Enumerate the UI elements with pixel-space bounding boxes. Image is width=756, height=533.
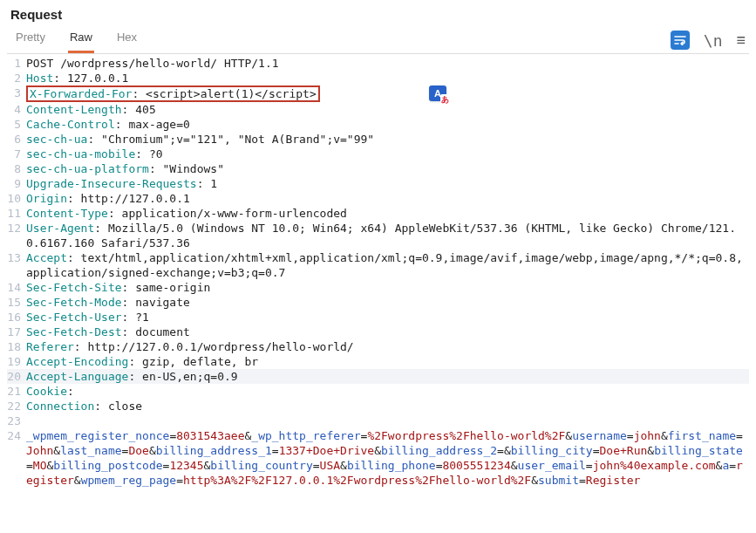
line-number: 19 <box>7 354 26 369</box>
code-line[interactable]: 13Accept: text/html,application/xhtml+xm… <box>7 250 749 280</box>
code-line[interactable]: 6sec-ch-ua: "Chromium";v="121", "Not A(B… <box>7 132 749 147</box>
code-line[interactable]: 12User-Agent: Mozilla/5.0 (Windows NT 10… <box>7 221 749 250</box>
line-number: 13 <box>7 250 26 280</box>
line-number: 21 <box>7 384 26 399</box>
code-line[interactable]: 19Accept-Encoding: gzip, deflate, br <box>7 354 749 369</box>
code-line[interactable]: 23 <box>7 413 749 428</box>
line-content[interactable]: Host: 127.0.0.1 <box>26 71 749 85</box>
code-line[interactable]: 20Accept-Language: en-US,en;q=0.9 <box>7 369 749 384</box>
wrap-icon[interactable] <box>671 31 690 50</box>
line-content[interactable]: Sec-Fetch-Dest: document <box>26 325 749 339</box>
code-line[interactable]: 10Origin: http://127.0.0.1 <box>7 191 749 206</box>
tab-raw[interactable]: Raw <box>68 27 94 53</box>
code-line[interactable]: 15Sec-Fetch-Mode: navigate <box>7 295 749 310</box>
code-line[interactable]: 8sec-ch-ua-platform: "Windows" <box>7 161 749 176</box>
line-content[interactable]: X-Forwarded-For: <script>alert(1)</scrip… <box>26 85 749 102</box>
line-content[interactable]: Cookie: <box>26 384 749 399</box>
line-content[interactable]: Content-Type: application/x-www-form-url… <box>26 206 749 221</box>
line-number: 14 <box>7 280 26 295</box>
line-content[interactable]: Accept-Language: en-US,en;q=0.9 <box>26 369 749 384</box>
line-number: 15 <box>7 295 26 310</box>
toolbar: \n ≡ <box>671 31 749 50</box>
code-line[interactable]: 24_wpmem_register_nonce=8031543aee&_wp_h… <box>7 428 749 488</box>
tabs: Pretty Raw Hex <box>7 27 671 53</box>
line-number: 2 <box>7 71 26 85</box>
line-content[interactable]: sec-ch-ua: "Chromium";v="121", "Not A(Br… <box>26 132 749 147</box>
line-number: 20 <box>7 369 26 384</box>
code-line[interactable]: 11Content-Type: application/x-www-form-u… <box>7 206 749 221</box>
line-content[interactable]: Referer: http://127.0.0.1/wordpress/hell… <box>26 339 749 354</box>
code-line[interactable]: 7sec-ch-ua-mobile: ?0 <box>7 147 749 161</box>
code-line[interactable]: 18Referer: http://127.0.0.1/wordpress/he… <box>7 339 749 354</box>
line-content[interactable] <box>26 413 749 428</box>
line-content[interactable]: Content-Length: 405 <box>26 102 749 117</box>
line-number: 16 <box>7 310 26 325</box>
tab-pretty[interactable]: Pretty <box>14 27 47 53</box>
line-number: 24 <box>7 428 26 488</box>
line-number: 23 <box>7 413 26 428</box>
line-content[interactable]: Origin: http://127.0.0.1 <box>26 191 749 206</box>
highlight-box: X-Forwarded-For: <script>alert(1)</scrip… <box>26 85 320 102</box>
line-content[interactable]: Accept: text/html,application/xhtml+xml,… <box>26 250 749 280</box>
code-line[interactable]: 16Sec-Fetch-User: ?1 <box>7 310 749 325</box>
code-line[interactable]: 21Cookie: <box>7 384 749 399</box>
code-line[interactable]: 9Upgrade-Insecure-Requests: 1 <box>7 176 749 191</box>
line-number: 11 <box>7 206 26 221</box>
line-content[interactable]: sec-ch-ua-mobile: ?0 <box>26 147 749 161</box>
translate-icon[interactable]: A <box>429 85 446 101</box>
code-line[interactable]: 3X-Forwarded-For: <script>alert(1)</scri… <box>7 85 749 102</box>
panel-title: Request <box>10 7 749 22</box>
line-content[interactable]: Cache-Control: max-age=0 <box>26 117 749 132</box>
code-line[interactable]: 17Sec-Fetch-Dest: document <box>7 325 749 339</box>
line-content[interactable]: Accept-Encoding: gzip, deflate, br <box>26 354 749 369</box>
line-number: 17 <box>7 325 26 339</box>
line-number: 9 <box>7 176 26 191</box>
line-number: 6 <box>7 132 26 147</box>
code-line[interactable]: 5Cache-Control: max-age=0 <box>7 117 749 132</box>
line-content[interactable]: Sec-Fetch-User: ?1 <box>26 310 749 325</box>
line-content[interactable]: Sec-Fetch-Site: same-origin <box>26 280 749 295</box>
tab-hex[interactable]: Hex <box>115 27 139 53</box>
newline-icon[interactable]: \n <box>704 31 723 50</box>
code-line[interactable]: 14Sec-Fetch-Site: same-origin <box>7 280 749 295</box>
line-number: 4 <box>7 102 26 117</box>
line-content[interactable]: sec-ch-ua-platform: "Windows" <box>26 161 749 176</box>
line-number: 5 <box>7 117 26 132</box>
code-line[interactable]: 2Host: 127.0.0.1 <box>7 71 749 85</box>
code-line[interactable]: 4Content-Length: 405 <box>7 102 749 117</box>
line-content[interactable]: User-Agent: Mozilla/5.0 (Windows NT 10.0… <box>26 221 749 250</box>
line-number: 22 <box>7 399 26 413</box>
line-number: 1 <box>7 56 26 71</box>
line-number: 10 <box>7 191 26 206</box>
line-content[interactable]: Connection: close <box>26 399 749 413</box>
line-content[interactable]: _wpmem_register_nonce=8031543aee&_wp_htt… <box>26 428 749 488</box>
code-line[interactable]: 22Connection: close <box>7 399 749 413</box>
line-number: 12 <box>7 221 26 250</box>
line-content[interactable]: POST /wordpress/hello-world/ HTTP/1.1 <box>26 56 749 71</box>
line-number: 3 <box>7 85 26 102</box>
raw-editor[interactable]: 1POST /wordpress/hello-world/ HTTP/1.12H… <box>7 56 749 488</box>
line-number: 7 <box>7 147 26 161</box>
line-number: 8 <box>7 161 26 176</box>
tab-bar: Pretty Raw Hex \n ≡ <box>7 27 749 54</box>
line-number: 18 <box>7 339 26 354</box>
line-content[interactable]: Sec-Fetch-Mode: navigate <box>26 295 749 310</box>
code-line[interactable]: 1POST /wordpress/hello-world/ HTTP/1.1 <box>7 56 749 71</box>
menu-icon[interactable]: ≡ <box>736 31 746 50</box>
line-content[interactable]: Upgrade-Insecure-Requests: 1 <box>26 176 749 191</box>
